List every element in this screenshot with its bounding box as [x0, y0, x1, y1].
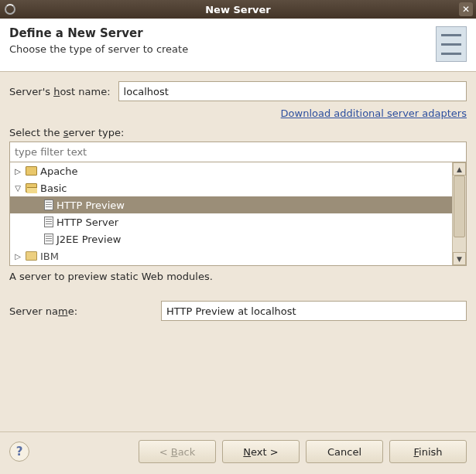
finish-button[interactable]: Finish: [389, 440, 467, 463]
folder-icon: [26, 166, 37, 176]
hostname-input[interactable]: [118, 81, 467, 101]
tree-folder-apache[interactable]: ▷ Apache: [10, 162, 452, 179]
tree-item-j2ee-preview[interactable]: J2EE Preview: [10, 230, 452, 247]
cancel-button[interactable]: Cancel: [306, 440, 383, 463]
tree-label: HTTP Server: [57, 217, 118, 228]
window-close-button[interactable]: ✕: [459, 2, 473, 16]
scroll-track[interactable]: [453, 176, 466, 252]
tree-label: J2EE Preview: [57, 234, 121, 245]
tree-item-http-server[interactable]: HTTP Server: [10, 213, 452, 230]
server-type-description: A server to preview static Web modules.: [9, 271, 467, 282]
server-name-label: Server name:: [9, 305, 153, 317]
server-type-label: Select the server type:: [9, 127, 467, 138]
next-button[interactable]: Next >: [222, 440, 300, 463]
server-type-filter-input[interactable]: [9, 142, 467, 162]
tree-scrollbar[interactable]: ▲ ▼: [452, 162, 466, 265]
scroll-down-button[interactable]: ▼: [453, 252, 466, 265]
hostname-label: Server's host name:: [9, 86, 111, 97]
tree-label: IBM: [40, 251, 59, 262]
tree-label: Basic: [40, 182, 67, 194]
loading-spinner-icon: [5, 4, 15, 15]
tree-label: Apache: [40, 165, 78, 177]
tree-item-http-preview[interactable]: HTTP Preview: [10, 196, 452, 213]
server-name-input[interactable]: [161, 301, 467, 321]
tree-folder-basic[interactable]: ▽ Basic: [10, 179, 452, 196]
wizard-header: Define a New Server Choose the type of s…: [0, 19, 476, 72]
wizard-footer: ? < Back Next > Cancel Finish: [0, 431, 476, 474]
collapse-icon: ▽: [13, 184, 22, 193]
scroll-up-button[interactable]: ▲: [453, 162, 466, 176]
folder-open-icon: [26, 183, 37, 193]
help-button[interactable]: ?: [9, 442, 29, 462]
tree-folder-ibm[interactable]: ▷ IBM: [10, 247, 452, 264]
server-node-icon: [44, 217, 53, 227]
server-node-icon: [44, 234, 53, 244]
wizard-content: Server's host name: Download additional …: [0, 72, 476, 431]
expand-icon: ▷: [13, 167, 22, 176]
page-subtitle: Choose the type of server to create: [9, 43, 188, 55]
folder-icon: [26, 251, 37, 261]
server-node-icon: [44, 199, 53, 210]
page-title: Define a New Server: [9, 26, 188, 40]
window-title: New Server: [205, 4, 271, 15]
scroll-thumb[interactable]: [454, 176, 465, 237]
tree-label: HTTP Preview: [57, 199, 125, 211]
back-button: < Back: [139, 440, 216, 463]
window-titlebar: New Server ✕: [0, 0, 476, 19]
download-adapters-link[interactable]: Download additional server adapters: [281, 107, 467, 119]
expand-icon: ▷: [13, 252, 22, 261]
server-type-tree: ▷ Apache ▽ Basic HTTP Preview HTTP Serve…: [9, 162, 467, 266]
server-wizard-icon: [436, 26, 467, 62]
